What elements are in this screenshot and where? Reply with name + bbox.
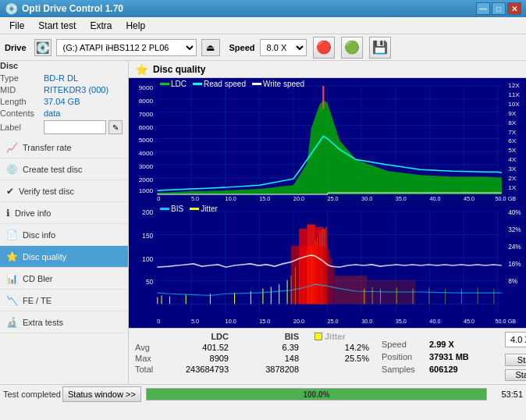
svg-text:5.0: 5.0 <box>191 196 199 202</box>
app-title: Opti Drive Control 1.70 <box>22 3 123 14</box>
disc-mid-row: MID RITEKDR3 (000) <box>0 85 128 94</box>
sidebar-item-transfer-rate[interactable]: 📈 Transfer rate <box>0 137 128 158</box>
max-bis: 148 <box>244 354 299 363</box>
avg-jitter: 14.2% <box>315 343 369 352</box>
svg-text:30.0: 30.0 <box>361 317 372 324</box>
disc-quality-icon: ⭐ <box>6 251 18 262</box>
length-value: 37.04 GB <box>44 97 80 106</box>
time-display: 53:51 <box>492 390 523 399</box>
sidebar-item-disc-info[interactable]: 📄 Disc info <box>0 224 128 246</box>
svg-text:20.0: 20.0 <box>293 317 304 324</box>
svg-text:25.0: 25.0 <box>328 196 339 202</box>
sidebar-item-cd-bler[interactable]: 📊 CD Bler <box>0 268 128 290</box>
toolbar-save[interactable]: 💾 <box>369 37 391 59</box>
speed-label: Speed <box>229 43 255 52</box>
sidebar-item-create-test-disc[interactable]: 💿 Create test disc <box>0 158 128 180</box>
sidebar-item-verify-test-disc[interactable]: ✔ Verify test disc <box>0 180 128 202</box>
toolbar-button-1[interactable]: 🔴 <box>313 37 335 59</box>
svg-rect-116 <box>323 229 327 304</box>
type-label: Type <box>0 73 44 83</box>
mid-value: RITEKDR3 (000) <box>44 85 108 94</box>
svg-rect-129 <box>461 289 462 304</box>
svg-text:4000: 4000 <box>139 151 154 158</box>
speed-position-section: Speed 2.99 X Position 37931 MB Samples 6… <box>375 329 500 384</box>
svg-text:7X: 7X <box>508 129 517 136</box>
cd-bler-icon: 📊 <box>6 273 18 284</box>
length-label: Length <box>0 97 44 106</box>
minimize-button[interactable]: — <box>476 2 490 15</box>
start-full-button[interactable]: Start full <box>505 354 526 366</box>
svg-text:9000: 9000 <box>139 84 154 91</box>
drive-icon: 💽 <box>34 39 52 56</box>
menu-bar: File Start test Extra Help <box>0 17 526 34</box>
svg-text:8X: 8X <box>508 119 517 126</box>
svg-text:30.0: 30.0 <box>361 196 372 202</box>
title-bar-controls: — □ ✕ <box>476 2 521 15</box>
toolbar-button-2[interactable]: 🟢 <box>341 37 363 59</box>
svg-rect-115 <box>315 227 323 304</box>
disc-type-row: Type BD-R DL <box>0 73 128 83</box>
eject-button[interactable]: ⏏ <box>201 39 220 56</box>
menu-file[interactable]: File <box>3 19 30 33</box>
svg-rect-114 <box>307 224 315 304</box>
svg-rect-113 <box>299 229 307 304</box>
cd-bler-label: CD Bler <box>23 274 53 283</box>
svg-rect-127 <box>428 288 429 304</box>
label-input[interactable] <box>44 120 106 134</box>
status-bar: Test completed Status window >> 100.0% 5… <box>0 384 526 403</box>
disc-quality-title: Disc quality <box>153 64 205 75</box>
legend-jitter: Jitter <box>190 205 218 213</box>
svg-text:2000: 2000 <box>139 176 154 183</box>
fe-te-label: FE / TE <box>23 296 52 305</box>
sidebar-item-drive-info[interactable]: ℹ Drive info <box>0 202 128 224</box>
legend-read-speed: Read speed <box>193 80 246 88</box>
svg-rect-117 <box>328 250 330 304</box>
drive-select[interactable]: (G:) ATAPI iHBS112 2 PL06 <box>56 39 197 56</box>
stats-table: LDC BIS Jitter Avg 401.52 6.39 14.2% Max… <box>129 329 375 384</box>
start-part-button[interactable]: Start part <box>505 369 526 382</box>
speed-select[interactable]: 8.0 X <box>260 39 307 56</box>
stats-total-row: Total 243684793 3878208 <box>135 365 369 374</box>
menu-help[interactable]: Help <box>119 19 151 33</box>
svg-rect-97 <box>279 284 279 304</box>
svg-text:4X: 4X <box>508 156 517 163</box>
sidebar-item-fe-te[interactable]: 📉 FE / TE <box>0 290 128 311</box>
drive-info-icon: ℹ <box>6 208 10 219</box>
max-jitter: 25.5% <box>315 354 369 363</box>
svg-text:0: 0 <box>157 317 160 324</box>
disc-info-icon: 📄 <box>6 230 18 240</box>
legend-jitter-label: Jitter <box>201 205 218 213</box>
avg-ldc: 401.52 <box>174 343 229 352</box>
svg-text:50.0 GB: 50.0 GB <box>496 196 517 202</box>
svg-rect-119 <box>332 267 335 304</box>
drive-info-label: Drive info <box>15 208 51 218</box>
start-buttons-section: 4.0 X ▼ Start full Start part <box>500 329 526 384</box>
top-chart-legend: LDC Read speed Write speed <box>160 80 304 88</box>
title-bar: 💿 Opti Drive Control 1.70 — □ ✕ <box>0 0 526 17</box>
svg-rect-122 <box>364 289 364 304</box>
svg-text:9X: 9X <box>508 110 517 117</box>
label-edit-button[interactable]: ✎ <box>108 120 123 134</box>
menu-extra[interactable]: Extra <box>84 19 118 33</box>
quality-speed-select[interactable]: 4.0 X <box>505 332 526 347</box>
total-jitter <box>315 365 369 374</box>
status-window-button[interactable]: Status window >> <box>62 386 141 402</box>
sidebar-item-extra-tests[interactable]: 🔬 Extra tests <box>0 311 128 333</box>
svg-text:3000: 3000 <box>139 163 154 170</box>
sidebar-item-disc-quality[interactable]: ⭐ Disc quality <box>0 246 128 268</box>
svg-rect-131 <box>493 289 494 304</box>
svg-rect-88 <box>157 297 158 304</box>
svg-rect-123 <box>372 287 373 304</box>
svg-text:6X: 6X <box>508 138 517 145</box>
ldc-header: LDC <box>174 332 229 341</box>
svg-text:8000: 8000 <box>139 98 154 105</box>
svg-text:11X: 11X <box>508 91 520 98</box>
progress-bar-text: 100.0% <box>147 389 486 401</box>
disc-quality-label: Disc quality <box>23 252 66 262</box>
main-content: Disc Type BD-R DL MID RITEKDR3 (000) Len… <box>0 61 526 384</box>
samples-label: Samples <box>382 365 425 374</box>
svg-text:8%: 8% <box>508 277 517 285</box>
maximize-button[interactable]: □ <box>492 2 506 15</box>
close-button[interactable]: ✕ <box>507 2 521 15</box>
menu-start-test[interactable]: Start test <box>32 19 82 33</box>
